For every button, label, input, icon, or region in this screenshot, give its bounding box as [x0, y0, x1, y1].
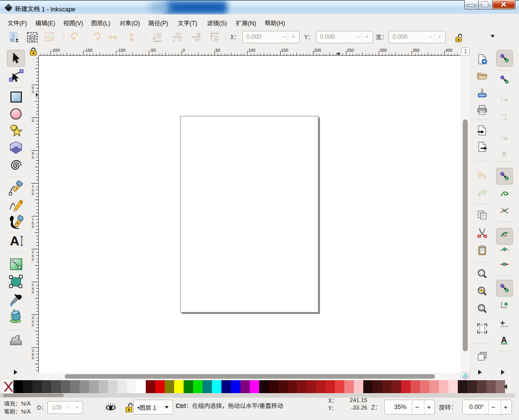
svg-text:0: 0: [32, 356, 34, 360]
svg-text:0: 0: [32, 257, 34, 262]
svg-text:400: 400: [445, 48, 452, 53]
svg-text:-150: -150: [84, 48, 93, 53]
svg-text:0: 0: [32, 90, 34, 94]
svg-text:150: 150: [281, 48, 288, 53]
svg-text:0: 0: [32, 323, 34, 327]
svg-text:-50: -50: [150, 48, 156, 53]
svg-text:0: 0: [32, 192, 34, 196]
svg-text:0: 0: [32, 224, 34, 229]
svg-text:50: 50: [215, 48, 220, 53]
svg-text:0: 0: [32, 118, 34, 123]
svg-text:250: 250: [347, 48, 354, 53]
svg-text:100: 100: [248, 48, 255, 53]
svg-text:-100: -100: [117, 48, 125, 53]
svg-text:350: 350: [413, 48, 419, 53]
svg-text:200: 200: [314, 48, 321, 53]
svg-text:A: A: [501, 336, 507, 344]
svg-text:-200: -200: [51, 48, 60, 53]
svg-text:0: 0: [183, 48, 185, 53]
svg-text:A: A: [10, 233, 19, 248]
svg-text:300: 300: [380, 48, 387, 53]
svg-text:0: 0: [32, 155, 34, 160]
svg-text:0: 0: [32, 290, 34, 295]
